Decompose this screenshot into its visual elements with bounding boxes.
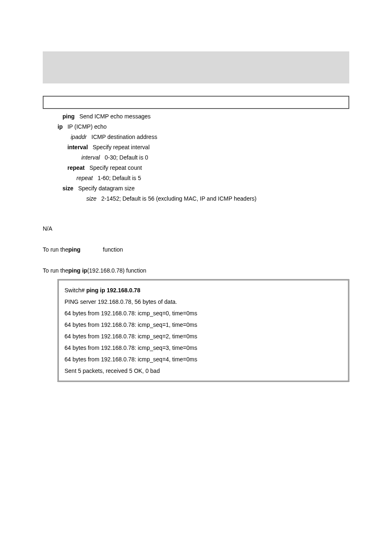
label-interval: interval (67, 143, 92, 152)
desc-ip: IP (ICMP) echo (67, 123, 106, 131)
label-ping: ping (62, 112, 79, 121)
desc-interval: Specify repeat interval (92, 143, 150, 152)
out-l6: 64 bytes from 192.168.0.78: icmp_seq=4, … (65, 354, 342, 365)
out-l0a: Switch# (65, 287, 86, 294)
example-mid: (192.168.0.78) function (87, 266, 146, 275)
example-pre: To run the (43, 266, 68, 275)
na-text: N/A (43, 224, 52, 233)
desc-ipaddr: ICMP destination address (92, 133, 157, 141)
out-l7: Sent 5 packets, received 5 OK, 0 bad (65, 365, 342, 377)
label-sizeval: size (86, 194, 101, 203)
usage-post: function (103, 245, 123, 254)
label-size: size (62, 184, 78, 193)
label-repval: repeat (76, 174, 97, 183)
out-l4: 64 bytes from 192.168.0.78: icmp_seq=2, … (65, 331, 342, 342)
console-output: Switch# ping ip 192.168.0.78 PING server… (58, 279, 349, 382)
out-l2: 64 bytes from 192.168.0.78: icmp_seq=0, … (65, 308, 342, 319)
label-intval: interval (81, 153, 105, 162)
desc-ping: Send ICMP echo messages (79, 112, 150, 121)
label-ip: ip (58, 123, 67, 131)
page-header-banner (43, 51, 349, 83)
example-pingword2: ping ip (68, 266, 87, 275)
out-l5: 64 bytes from 192.168.0.78: icmp_seq=3, … (65, 342, 342, 354)
usage-pingword1: ping (68, 245, 103, 254)
desc-repeat: Specify repeat count (90, 164, 142, 172)
label-repeat: repeat (67, 164, 90, 172)
out-l3: 64 bytes from 192.168.0.78: icmp_seq=1, … (65, 319, 342, 331)
desc-intval: 0-30; Default is 0 (105, 153, 148, 162)
out-l0b: ping ip 192.168.0.78 (86, 287, 141, 294)
label-ipaddr: ipaddr (71, 133, 92, 141)
usage-pre: To run the (43, 245, 68, 254)
desc-repval: 1-60; Default is 5 (97, 174, 141, 183)
desc-size: Specify datagram size (78, 184, 135, 193)
command-title-box (43, 96, 349, 109)
out-l1: PING server 192.168.0.78, 56 bytes of da… (65, 296, 342, 308)
desc-sizeval: 2-1452; Default is 56 (excluding MAC, IP… (101, 194, 257, 203)
